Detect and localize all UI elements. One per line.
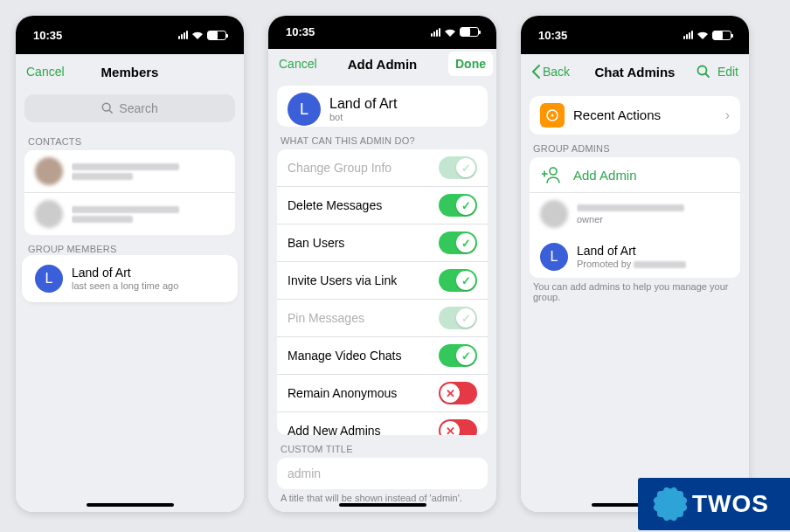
toggle-switch[interactable]: ✓ xyxy=(439,344,477,367)
wifi-icon xyxy=(696,31,709,39)
search-icon xyxy=(101,102,114,114)
nav-bar: Back Chat Admins Edit xyxy=(521,54,749,89)
status-icons xyxy=(683,31,731,40)
admin-header-card: L Land of Art bot xyxy=(277,86,488,127)
notch xyxy=(104,16,156,31)
contact-row[interactable] xyxy=(24,150,235,193)
perm-invite-via-link[interactable]: Invite Users via Link✓ xyxy=(277,262,488,300)
toggle-switch[interactable]: ✓ xyxy=(439,156,477,179)
done-button[interactable]: Done xyxy=(448,52,493,76)
home-indicator[interactable] xyxy=(339,503,426,507)
member-status: last seen a long time ago xyxy=(72,280,225,292)
admin-name: Land of Art xyxy=(329,95,477,112)
perm-add-new-admins[interactable]: Add New Admins✕ xyxy=(277,412,488,435)
member-name: Land of Art xyxy=(72,266,225,280)
avatar: L xyxy=(35,265,63,293)
perm-pin-messages[interactable]: Pin Messages✓ xyxy=(277,300,488,337)
cellular-signal-icon xyxy=(178,31,188,39)
wifi-icon xyxy=(191,31,204,39)
avatar xyxy=(35,200,63,228)
chevron-left-icon xyxy=(531,65,540,79)
avatar xyxy=(540,200,568,228)
perm-delete-messages[interactable]: Delete Messages✓ xyxy=(277,187,488,225)
avatar xyxy=(35,157,63,185)
toggle-switch[interactable]: ✓ xyxy=(439,194,477,217)
nav-right-actions: Edit xyxy=(691,65,738,79)
svg-point-5 xyxy=(551,114,554,117)
status-bar: 10:35 xyxy=(268,16,496,49)
permissions-list: Change Group Info✓ Delete Messages✓ Ban … xyxy=(277,149,488,435)
page-title: Chat Admins xyxy=(579,65,691,79)
member-row-land-of-art[interactable]: L Land of Art last seen a long time ago xyxy=(24,258,235,300)
perm-manage-video-chats[interactable]: Manage Video Chats✓ xyxy=(277,337,488,375)
phone-chat-admins-screen: 10:35 Back Chat Admins Edit xyxy=(521,16,749,512)
contacts-list xyxy=(24,150,235,235)
nav-bar: Cancel Add Admin Done xyxy=(268,49,496,79)
toggle-switch[interactable]: ✓ xyxy=(439,269,477,292)
toggle-switch[interactable]: ✓ xyxy=(439,307,477,329)
chevron-right-icon: › xyxy=(725,107,730,123)
status-icons xyxy=(178,31,226,40)
search-placeholder: Search xyxy=(119,101,157,115)
add-admin-icon xyxy=(540,166,563,183)
owner-name-redacted xyxy=(577,204,684,211)
contact-status-redacted xyxy=(72,216,133,223)
members-list: L Land of Art last seen a long time ago xyxy=(24,258,235,300)
admin-name: Land of Art xyxy=(577,244,730,259)
avatar: L xyxy=(540,243,568,271)
group-admins-list: Add Admin owner L Land of Art Promoted b… xyxy=(530,157,740,278)
perm-ban-users[interactable]: Ban Users✓ xyxy=(277,225,488,262)
edit-button[interactable]: Edit xyxy=(717,65,738,79)
section-group-admins-label: GROUP ADMINS xyxy=(521,135,749,157)
section-members-label: GROUP MEMBERS xyxy=(16,235,244,258)
search-input[interactable]: Search xyxy=(24,94,235,122)
cancel-button[interactable]: Cancel xyxy=(279,57,326,71)
status-time: 10:35 xyxy=(33,29,62,42)
twos-logo-icon xyxy=(657,491,683,517)
cellular-signal-icon xyxy=(431,28,440,37)
battery-icon xyxy=(712,31,731,40)
owner-row[interactable]: owner xyxy=(530,193,740,236)
svg-point-6 xyxy=(550,168,557,175)
battery-icon xyxy=(207,31,226,40)
notch xyxy=(357,16,409,31)
svg-line-3 xyxy=(705,74,709,78)
admin-promoted-by: Promoted by xyxy=(577,259,730,270)
perm-change-group-info[interactable]: Change Group Info✓ xyxy=(277,149,488,187)
section-contacts-label: CONTACTS xyxy=(16,128,244,150)
status-bar: 10:35 xyxy=(16,16,244,54)
custom-title-input[interactable]: admin xyxy=(277,458,488,489)
recent-actions-row[interactable]: Recent Actions › xyxy=(530,96,740,135)
recent-actions-card: Recent Actions › xyxy=(530,96,740,135)
phone-add-admin-screen: 10:35 Cancel Add Admin Done L Land of Ar… xyxy=(268,16,496,512)
phone-members-screen: 10:35 Cancel Members Search CONTACTS xyxy=(16,16,244,512)
home-indicator[interactable] xyxy=(87,503,174,507)
toggle-switch[interactable]: ✕ xyxy=(439,382,477,404)
status-bar: 10:35 xyxy=(521,16,749,54)
svg-line-1 xyxy=(110,110,113,113)
toggle-switch[interactable]: ✓ xyxy=(439,231,477,254)
admins-footer-note: You can add admins to help you manage yo… xyxy=(521,278,749,311)
status-time: 10:35 xyxy=(538,29,567,42)
recent-actions-icon xyxy=(540,103,565,128)
search-icon[interactable] xyxy=(696,65,710,79)
promoter-name-redacted xyxy=(634,261,686,268)
custom-title-note: A title that will be shown instead of 'a… xyxy=(268,489,496,512)
cancel-button[interactable]: Cancel xyxy=(26,65,73,79)
add-admin-button[interactable]: Add Admin xyxy=(530,157,740,193)
cellular-signal-icon xyxy=(683,31,693,39)
back-button[interactable]: Back xyxy=(531,65,579,79)
battery-icon xyxy=(460,27,479,37)
contact-name-redacted xyxy=(72,163,179,170)
admin-user-row[interactable]: L Land of Art bot xyxy=(277,86,488,127)
status-icons xyxy=(431,27,479,37)
admin-row-land-of-art[interactable]: L Land of Art Promoted by xyxy=(530,236,740,278)
contact-row[interactable] xyxy=(24,193,235,235)
page-title: Members xyxy=(73,65,186,79)
status-time: 10:35 xyxy=(286,25,315,38)
twos-watermark: TWOS xyxy=(638,478,790,530)
admin-role: bot xyxy=(329,112,477,123)
owner-role: owner xyxy=(577,214,730,225)
perm-remain-anonymous[interactable]: Remain Anonymous✕ xyxy=(277,375,488,412)
toggle-switch[interactable]: ✕ xyxy=(439,419,477,435)
